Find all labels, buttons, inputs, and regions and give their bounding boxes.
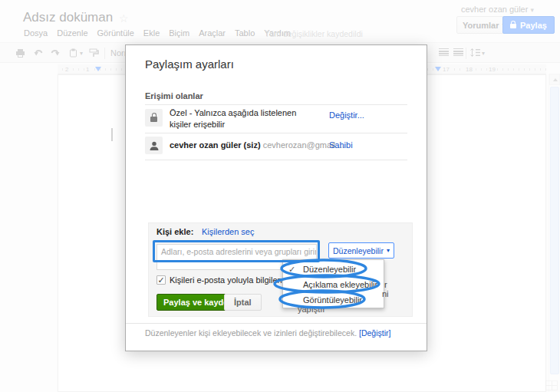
divider (145, 160, 407, 160)
divider (126, 323, 427, 324)
lock-icon (150, 117, 157, 122)
menu-item-can-edit[interactable]: ✓ Düzenleyebilir (283, 262, 384, 277)
dialog-footer: Düzenleyenler kişi ekleyebilecek ve izin… (145, 328, 390, 338)
cancel-button[interactable]: İptal (224, 294, 262, 311)
text-fragment: r (384, 280, 387, 289)
choose-from-contacts-link[interactable]: Kişilerden seç (202, 227, 254, 236)
check-icon: ✓ (288, 262, 295, 277)
text-fragment: ni (382, 289, 389, 298)
owner-icon-box (145, 137, 163, 154)
notify-checkbox[interactable]: ✓ (156, 275, 166, 285)
divider (145, 133, 407, 133)
access-section-header: Erişimi olanlar (145, 91, 203, 100)
permission-dropdown-button[interactable]: Düzenleyebilir ▾ (328, 242, 394, 259)
owner-role-link[interactable]: Sahibi (329, 140, 353, 150)
add-people-label: Kişi ekle: (156, 227, 193, 236)
dialog-title: Paylaşım ayarları (145, 58, 234, 71)
change-visibility-link[interactable]: Değiştir... (329, 110, 364, 120)
menu-item-can-comment[interactable]: Açıklama ekleyebilir (283, 277, 384, 292)
text-fragment: yapıştır (298, 305, 325, 314)
notify-label: Kişileri e-posta yoluyla bilgilendir - (170, 275, 297, 285)
person-icon (149, 140, 160, 151)
permission-menu: ✓ Düzenleyebilir Açıklama ekleyebilir Gö… (282, 259, 384, 308)
google-docs-screen: Adsız doküman ☆ Dosya Düzenle Görüntüle … (0, 0, 560, 392)
visibility-text: Özel - Yalnızca aşağıda listelenen kişil… (170, 107, 311, 130)
input-placeholder: Adları, e-posta adreslerini veya gruplar… (157, 245, 316, 259)
visibility-icon-box (145, 109, 163, 127)
owner-name: cevher ozan güler (siz) cevherozan@gmail… (170, 140, 344, 150)
divider (145, 104, 407, 105)
sharing-settings-dialog: Paylaşım ayarları Erişimi olanlar Özel -… (125, 44, 427, 351)
chevron-down-icon: ▾ (387, 247, 390, 254)
footer-change-link[interactable]: [Değiştir] (359, 328, 390, 338)
